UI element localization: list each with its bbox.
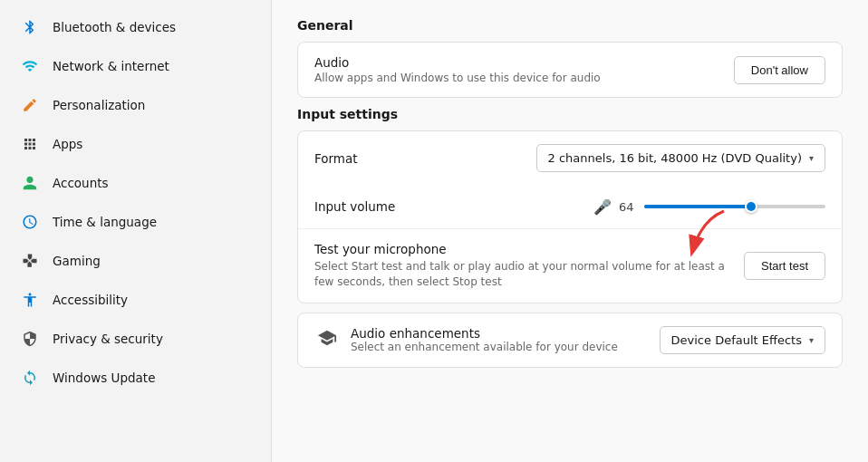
input-settings-card: Format 2 channels, 16 bit, 48000 Hz (DVD… (297, 130, 843, 303)
sidebar-item-time[interactable]: Time & language (5, 203, 265, 241)
sidebar-item-personalization-label: Personalization (53, 98, 145, 112)
volume-number: 64 (619, 200, 637, 214)
test-mic-title: Test your microphone (314, 242, 729, 256)
test-mic-left: Test your microphone Select Start test a… (314, 242, 744, 290)
audio-row-left: Audio Allow apps and Windows to use this… (314, 55, 601, 84)
audio-enhancements-text: Audio enhancements Select an enhancement… (351, 326, 649, 353)
input-volume-label: Input volume (314, 199, 423, 214)
sidebar-item-privacy[interactable]: Privacy & security (5, 320, 265, 358)
apps-icon (20, 134, 40, 154)
audio-row: Audio Allow apps and Windows to use this… (298, 43, 842, 97)
sidebar-item-accessibility-label: Accessibility (53, 293, 128, 307)
format-dropdown[interactable]: 2 channels, 16 bit, 48000 Hz (DVD Qualit… (536, 144, 825, 172)
format-value: 2 channels, 16 bit, 48000 Hz (DVD Qualit… (548, 151, 802, 165)
slider-thumb[interactable] (745, 200, 757, 213)
volume-slider[interactable] (644, 197, 825, 216)
sidebar-item-gaming[interactable]: Gaming (5, 242, 265, 280)
sidebar: Bluetooth & devices Network & internet P… (0, 0, 272, 462)
bluetooth-icon (20, 17, 40, 37)
audio-sublabel: Allow apps and Windows to use this devic… (314, 72, 601, 84)
audio-label: Audio (314, 55, 601, 70)
audio-enhancements-label: Audio enhancements (351, 326, 649, 341)
sidebar-item-apps[interactable]: Apps (5, 125, 265, 163)
sidebar-item-bluetooth[interactable]: Bluetooth & devices (5, 8, 265, 46)
test-mic-row: Test your microphone Select Start test a… (298, 228, 842, 303)
microphone-icon: 🎤 (593, 198, 612, 216)
personalization-icon (20, 95, 40, 115)
test-mic-description: Select Start test and talk or play audio… (314, 259, 729, 290)
sidebar-item-personalization[interactable]: Personalization (5, 86, 265, 124)
sidebar-item-bluetooth-label: Bluetooth & devices (53, 20, 176, 34)
audio-enhancements-value: Device Default Effects (671, 333, 802, 347)
audio-enhancements-dropdown[interactable]: Device Default Effects ▾ (660, 326, 825, 354)
sidebar-item-accounts-label: Accounts (53, 176, 109, 190)
start-test-button[interactable]: Start test (744, 252, 825, 280)
format-row: Format 2 channels, 16 bit, 48000 Hz (DVD… (298, 131, 842, 185)
slider-fill (644, 205, 755, 208)
dont-allow-button[interactable]: Don't allow (734, 56, 825, 84)
sidebar-item-apps-label: Apps (53, 137, 82, 151)
input-volume-row: Input volume 🎤 64 (298, 185, 842, 228)
sidebar-item-network[interactable]: Network & internet (5, 47, 265, 85)
sidebar-item-gaming-label: Gaming (53, 254, 101, 268)
input-settings-title: Input settings (297, 107, 843, 121)
accessibility-icon (20, 290, 40, 310)
sidebar-item-accessibility[interactable]: Accessibility (5, 281, 265, 319)
volume-controls: 🎤 64 (432, 197, 825, 216)
main-content: General Audio Allow apps and Windows to … (272, 0, 868, 462)
format-label: Format (314, 151, 358, 166)
audio-enhancements-card: Audio enhancements Select an enhancement… (297, 313, 843, 368)
accounts-icon (20, 173, 40, 193)
audio-enhancements-row: Audio enhancements Select an enhancement… (298, 313, 842, 367)
gaming-icon (20, 251, 40, 271)
sidebar-item-accounts[interactable]: Accounts (5, 164, 265, 202)
network-icon (20, 56, 40, 76)
format-dropdown-arrow: ▾ (809, 153, 814, 163)
sidebar-item-network-label: Network & internet (53, 59, 169, 73)
sidebar-item-privacy-label: Privacy & security (53, 332, 163, 346)
audio-enhancements-icon (314, 328, 340, 352)
audio-enhancements-sublabel: Select an enhancement available for your… (351, 341, 649, 353)
slider-track (644, 205, 825, 208)
privacy-icon (20, 329, 40, 349)
audio-card: Audio Allow apps and Windows to use this… (297, 42, 843, 98)
time-icon (20, 212, 40, 232)
sidebar-item-time-label: Time & language (53, 215, 157, 229)
audio-enhancements-arrow: ▾ (809, 335, 814, 345)
general-section-title: General (297, 18, 843, 33)
sidebar-item-windows-update[interactable]: Windows Update (5, 359, 265, 397)
sidebar-item-windows-update-label: Windows Update (53, 371, 155, 385)
windows-update-icon (20, 368, 40, 388)
